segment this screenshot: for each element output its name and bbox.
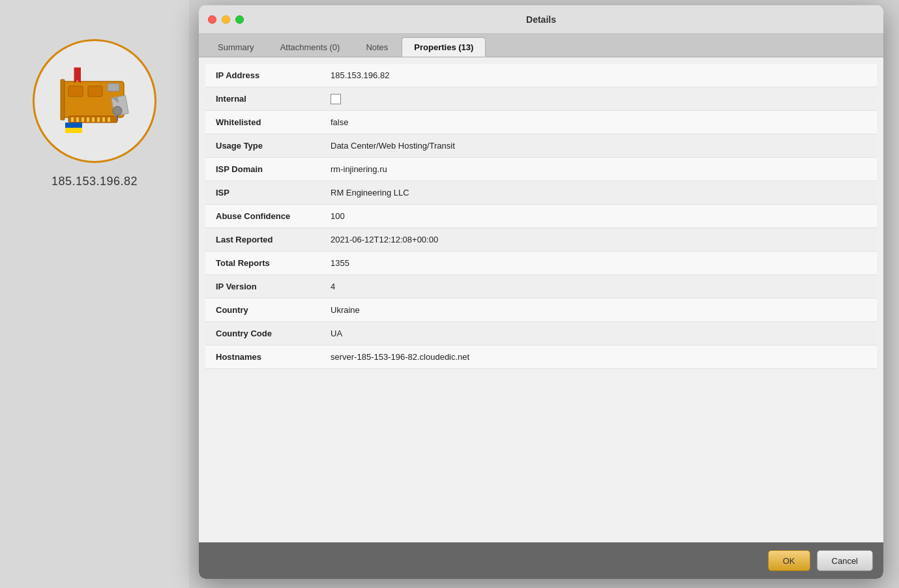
property-key: Hostnames — [205, 347, 323, 367]
property-key: Internal — [205, 89, 323, 109]
close-button[interactable] — [208, 15, 216, 23]
property-key: Last Reported — [205, 229, 323, 250]
svg-point-19 — [113, 106, 122, 115]
table-row: Internal — [205, 87, 877, 111]
table-row: IP Version4 — [205, 275, 877, 299]
svg-rect-18 — [65, 128, 82, 133]
properties-table: IP Address185.153.196.82InternalWhitelis… — [205, 64, 877, 369]
svg-rect-6 — [92, 117, 95, 122]
bottom-bar: OK Cancel — [199, 542, 883, 579]
property-key: Abuse Confidence — [205, 206, 323, 226]
svg-rect-12 — [108, 83, 119, 91]
properties-content: IP Address185.153.196.82InternalWhitelis… — [199, 57, 883, 542]
table-row: Hostnamesserver-185-153-196-82.cloudedic… — [205, 345, 877, 369]
svg-rect-2 — [71, 117, 74, 122]
property-value: 4 — [323, 276, 877, 297]
property-value: 100 — [323, 206, 877, 226]
property-key: IP Address — [205, 65, 323, 85]
property-key: Country — [205, 300, 323, 320]
table-row: Whitelistedfalse — [205, 111, 877, 134]
tab-bar: Summary Attachments (0) Notes Properties… — [199, 34, 883, 57]
svg-rect-7 — [97, 117, 100, 122]
property-value: Ukraine — [323, 300, 877, 320]
property-value: 1355 — [323, 253, 877, 273]
property-key: Country Code — [205, 323, 323, 344]
svg-rect-11 — [88, 86, 102, 96]
table-row: IP Address185.153.196.82 — [205, 64, 877, 87]
svg-rect-3 — [76, 117, 79, 122]
tab-properties[interactable]: Properties (13) — [402, 37, 486, 57]
property-value: rm-injinering.ru — [323, 159, 877, 179]
property-value: server-185-153-196-82.cloudedic.net — [323, 347, 877, 367]
traffic-lights — [208, 15, 244, 23]
property-value[interactable] — [323, 88, 877, 110]
property-key: ISP Domain — [205, 159, 323, 179]
property-value: Data Center/Web Hosting/Transit — [323, 136, 877, 156]
svg-rect-8 — [102, 117, 105, 122]
table-row: Total Reports1355 — [205, 252, 877, 275]
ok-button[interactable]: OK — [768, 550, 810, 571]
minimize-button[interactable] — [222, 15, 230, 23]
table-row: Usage TypeData Center/Web Hosting/Transi… — [205, 134, 877, 158]
cancel-button[interactable]: Cancel — [817, 550, 873, 571]
table-row: ISP Domainrm-injinering.ru — [205, 158, 877, 181]
tab-summary[interactable]: Summary — [205, 37, 267, 57]
property-key: Whitelisted — [205, 112, 323, 132]
property-value: RM Engineering LLC — [323, 183, 877, 203]
internal-checkbox[interactable] — [331, 94, 341, 104]
property-value: 185.153.196.82 — [323, 65, 877, 85]
property-key: Usage Type — [205, 136, 323, 156]
svg-rect-9 — [108, 117, 110, 122]
table-row: CountryUkraine — [205, 299, 877, 322]
property-value: UA — [323, 323, 877, 344]
tab-attachments[interactable]: Attachments (0) — [268, 37, 353, 57]
entity-icon — [49, 59, 140, 143]
property-value: false — [323, 112, 877, 132]
property-key: IP Version — [205, 276, 323, 297]
title-bar: Details — [199, 5, 883, 34]
table-row: Last Reported2021-06-12T12:12:08+00:00 — [205, 228, 877, 252]
property-key: Total Reports — [205, 253, 323, 273]
property-value: 2021-06-12T12:12:08+00:00 — [323, 229, 877, 250]
sidebar-ip-label: 185.153.196.82 — [52, 175, 138, 188]
dialog-title: Details — [526, 14, 556, 25]
left-panel: 185.153.196.82 — [0, 0, 189, 588]
entity-icon-circle — [33, 39, 156, 163]
tab-notes[interactable]: Notes — [353, 37, 400, 57]
table-row: Abuse Confidence100 — [205, 205, 877, 228]
svg-rect-5 — [87, 117, 89, 122]
table-row: ISPRM Engineering LLC — [205, 181, 877, 205]
property-key: ISP — [205, 183, 323, 203]
svg-rect-4 — [81, 117, 84, 122]
svg-rect-13 — [61, 80, 65, 120]
table-row: Country CodeUA — [205, 322, 877, 345]
svg-rect-10 — [68, 86, 83, 96]
maximize-button[interactable] — [235, 15, 244, 23]
details-dialog: Details Summary Attachments (0) Notes Pr… — [199, 5, 883, 579]
